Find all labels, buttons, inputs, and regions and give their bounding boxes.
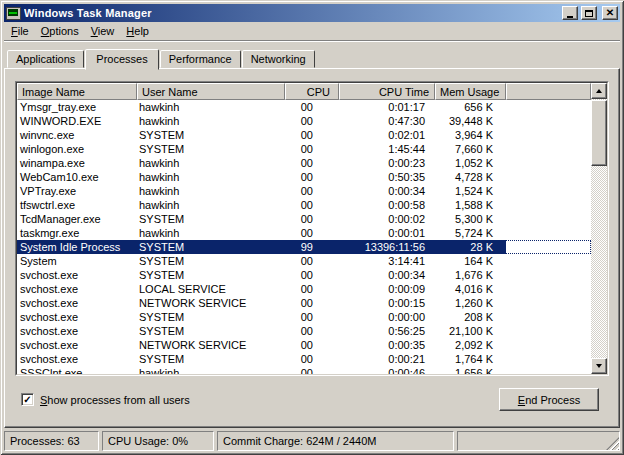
show-all-users-checkbox[interactable]: ✓ xyxy=(21,393,34,406)
tab-performance[interactable]: Performance xyxy=(160,50,241,68)
cell-user-name: SYSTEM xyxy=(137,352,285,366)
cell-image-name: WINWORD.EXE xyxy=(17,114,137,128)
table-row[interactable]: winlogon.exe SYSTEM 00 1:45:44 7,660 K xyxy=(17,142,591,156)
cell-cpu-time: 0:56:25 xyxy=(339,324,435,338)
cell-cpu: 00 xyxy=(285,142,339,156)
table-row[interactable]: tfswctrl.exe hawkinh 00 0:00:58 1,588 K xyxy=(17,198,591,212)
cell-cpu-time: 0:00:58 xyxy=(339,198,435,212)
cell-image-name: tfswctrl.exe xyxy=(17,198,137,212)
cell-user-name: SYSTEM xyxy=(137,254,285,268)
cell-cpu: 00 xyxy=(285,128,339,142)
cell-image-name: svchost.exe xyxy=(17,338,137,352)
menu-file[interactable]: File xyxy=(5,22,35,40)
cell-cpu-time: 13396:11:56 xyxy=(339,240,435,254)
scroll-down-button[interactable] xyxy=(591,358,607,374)
cell-cpu-time: 0:00:34 xyxy=(339,268,435,282)
scrollbar-track[interactable] xyxy=(591,166,607,358)
vertical-scrollbar[interactable] xyxy=(591,83,607,374)
table-row[interactable]: SSSClnt.exe hawkinh 00 0:00:46 1,656 K xyxy=(17,366,591,374)
table-row[interactable]: svchost.exe SYSTEM 00 0:56:25 21,100 K xyxy=(17,324,591,338)
cell-user-name: SYSTEM xyxy=(137,142,285,156)
cell-cpu: 00 xyxy=(285,296,339,310)
cell-cpu-time: 3:14:41 xyxy=(339,254,435,268)
list-header: Image Name User Name CPU CPU Time Mem Us… xyxy=(17,83,591,100)
table-row[interactable]: System SYSTEM 00 3:14:41 164 K xyxy=(17,254,591,268)
scroll-up-button[interactable] xyxy=(591,83,607,99)
cell-cpu: 00 xyxy=(285,212,339,226)
column-header-user-name[interactable]: User Name xyxy=(137,83,285,100)
column-header-cpu[interactable]: CPU xyxy=(285,83,339,100)
cell-cpu: 00 xyxy=(285,366,339,374)
cell-user-name: NETWORK SERVICE xyxy=(137,338,285,352)
table-row[interactable]: VPTray.exe hawkinh 00 0:00:34 1,524 K xyxy=(17,184,591,198)
menu-options[interactable]: Options xyxy=(35,22,85,40)
tab-applications[interactable]: Applications xyxy=(7,50,84,68)
menu-help[interactable]: Help xyxy=(120,22,155,40)
cell-image-name: svchost.exe xyxy=(17,352,137,366)
table-row[interactable]: svchost.exe SYSTEM 00 0:00:00 208 K xyxy=(17,310,591,324)
cell-mem-usage: 3,964 K xyxy=(435,128,506,142)
cell-user-name: SYSTEM xyxy=(137,310,285,324)
show-all-users-group: ✓ Show processes from all users xyxy=(21,393,190,406)
column-header-mem-usage[interactable]: Mem Usage xyxy=(435,83,506,100)
cell-cpu-time: 0:00:01 xyxy=(339,226,435,240)
scroll-up-icon xyxy=(596,89,602,93)
maximize-button[interactable] xyxy=(581,6,597,20)
resize-grip[interactable] xyxy=(606,437,619,450)
table-row[interactable]: WebCam10.exe hawkinh 00 0:50:35 4,728 K xyxy=(17,170,591,184)
cell-mem-usage: 5,724 K xyxy=(435,226,506,240)
table-row[interactable]: svchost.exe SYSTEM 00 0:00:34 1,676 K xyxy=(17,268,591,282)
cell-mem-usage: 7,660 K xyxy=(435,142,506,156)
cell-mem-usage: 4,728 K xyxy=(435,170,506,184)
scrollbar-thumb[interactable] xyxy=(591,100,607,166)
column-header-cpu-time[interactable]: CPU Time xyxy=(339,83,435,100)
cell-mem-usage: 1,656 K xyxy=(435,366,506,374)
table-row[interactable]: svchost.exe SYSTEM 00 0:00:21 1,764 K xyxy=(17,352,591,366)
table-row[interactable]: taskmgr.exe hawkinh 00 0:00:01 5,724 K xyxy=(17,226,591,240)
table-row[interactable]: svchost.exe NETWORK SERVICE 00 0:00:15 1… xyxy=(17,296,591,310)
tab-processes[interactable]: Processes xyxy=(85,49,158,70)
table-row[interactable]: winvnc.exe SYSTEM 00 0:02:01 3,964 K xyxy=(17,128,591,142)
process-list: Ymsgr_tray.exe hawkinh 00 0:01:17 656 K … xyxy=(17,100,591,374)
cell-image-name: SSSClnt.exe xyxy=(17,366,137,374)
end-process-button[interactable]: End Process xyxy=(499,388,599,411)
cell-cpu-time: 0:00:09 xyxy=(339,282,435,296)
cell-cpu-time: 0:00:15 xyxy=(339,296,435,310)
column-header-image-name[interactable]: Image Name xyxy=(17,83,137,100)
cell-image-name: svchost.exe xyxy=(17,282,137,296)
cell-mem-usage: 2,092 K xyxy=(435,338,506,352)
cell-cpu: 00 xyxy=(285,100,339,114)
cell-mem-usage: 1,588 K xyxy=(435,198,506,212)
table-row[interactable]: svchost.exe NETWORK SERVICE 00 0:00:35 2… xyxy=(17,338,591,352)
minimize-button[interactable] xyxy=(562,6,578,20)
table-row[interactable]: svchost.exe LOCAL SERVICE 00 0:00:09 4,0… xyxy=(17,282,591,296)
cell-image-name: Ymsgr_tray.exe xyxy=(17,100,137,114)
cell-mem-usage: 5,300 K xyxy=(435,212,506,226)
table-row[interactable]: WINWORD.EXE hawkinh 00 0:47:30 39,448 K xyxy=(17,114,591,128)
cell-cpu: 00 xyxy=(285,198,339,212)
cell-cpu: 00 xyxy=(285,338,339,352)
task-manager-window: Windows Task Manager ✕ File Options View… xyxy=(0,0,624,455)
cell-cpu-time: 0:02:01 xyxy=(339,128,435,142)
cell-cpu: 00 xyxy=(285,310,339,324)
status-cpu-usage: CPU Usage: 0% xyxy=(102,431,214,451)
cell-image-name: taskmgr.exe xyxy=(17,226,137,240)
cell-mem-usage: 21,100 K xyxy=(435,324,506,338)
cell-mem-usage: 39,448 K xyxy=(435,114,506,128)
table-row[interactable]: Ymsgr_tray.exe hawkinh 00 0:01:17 656 K xyxy=(17,100,591,114)
table-row[interactable]: System Idle Process SYSTEM 99 13396:11:5… xyxy=(17,240,591,254)
table-row[interactable]: TcdManager.exe SYSTEM 00 0:00:02 5,300 K xyxy=(17,212,591,226)
table-row[interactable]: winampa.exe hawkinh 00 0:00:23 1,052 K xyxy=(17,156,591,170)
cell-cpu: 99 xyxy=(285,240,339,254)
menu-view[interactable]: View xyxy=(85,22,121,40)
cell-cpu: 00 xyxy=(285,254,339,268)
show-all-users-label[interactable]: Show processes from all users xyxy=(40,394,190,406)
cell-user-name: hawkinh xyxy=(137,156,285,170)
title-bar[interactable]: Windows Task Manager ✕ xyxy=(4,4,620,22)
tab-networking[interactable]: Networking xyxy=(242,50,315,68)
close-icon: ✕ xyxy=(606,8,614,18)
close-button[interactable]: ✕ xyxy=(602,6,618,20)
cell-image-name: WebCam10.exe xyxy=(17,170,137,184)
cell-user-name: SYSTEM xyxy=(137,324,285,338)
cell-image-name: System xyxy=(17,254,137,268)
